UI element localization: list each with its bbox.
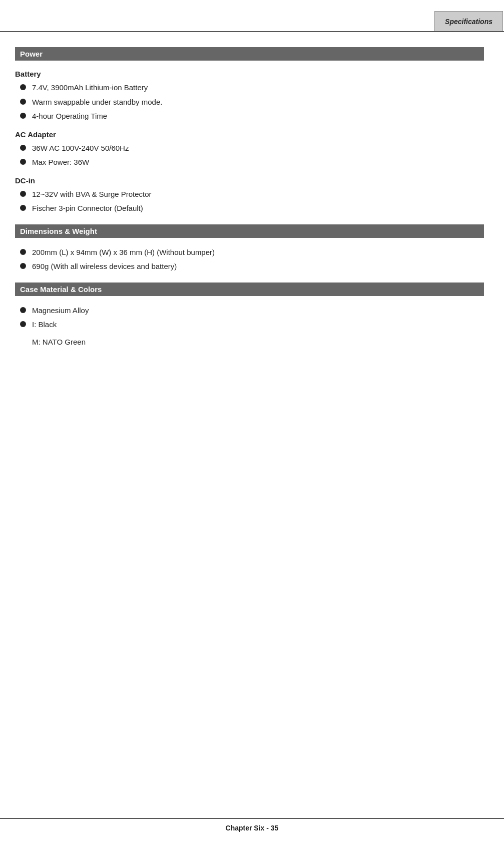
dc-in-subsection: DC-in 12~32V with BVA & Surge Protector … (15, 176, 484, 214)
case-material-item-2: I: Black (32, 319, 57, 331)
ac-adapter-item-2: Max Power: 36W (32, 157, 89, 168)
case-material-section-header: Case Material & Colors (15, 283, 484, 296)
footer-label: Chapter Six - 35 (226, 824, 279, 832)
ac-adapter-subsection: AC Adapter 36W AC 100V-240V 50/60Hz Max … (15, 130, 484, 168)
dc-in-item-1: 12~32V with BVA & Surge Protector (32, 189, 152, 200)
bullet-icon (20, 307, 26, 313)
battery-item-3: 4-hour Operating Time (32, 111, 107, 122)
dimensions-item-1: 200mm (L) x 94mm (W) x 36 mm (H) (Withou… (32, 247, 215, 258)
dimensions-list: 200mm (L) x 94mm (W) x 36 mm (H) (Withou… (15, 247, 484, 272)
dimensions-section-header: Dimensions & Weight (15, 224, 484, 238)
battery-item-2: Warm swappable under standby mode. (32, 97, 162, 108)
list-item: Magnesium Alloy (20, 305, 484, 317)
dimensions-section: Dimensions & Weight 200mm (L) x 94mm (W)… (15, 224, 484, 272)
bullet-icon (20, 159, 26, 165)
ac-adapter-title: AC Adapter (15, 130, 484, 139)
list-item: 4-hour Operating Time (20, 111, 484, 122)
bullet-icon (20, 249, 26, 255)
ac-adapter-item-1: 36W AC 100V-240V 50/60Hz (32, 143, 129, 154)
list-item: 690g (With all wireless devices and batt… (20, 261, 484, 272)
battery-item-1: 7.4V, 3900mAh Lithium-ion Battery (32, 82, 148, 94)
bullet-icon (20, 321, 26, 327)
specs-tab: Specifications (434, 11, 503, 31)
list-item: Fischer 3-pin Connector (Default) (20, 203, 484, 214)
dc-in-list: 12~32V with BVA & Surge Protector Fische… (15, 189, 484, 214)
case-material-indented: M: NATO Green (32, 337, 484, 348)
bullet-icon (20, 84, 26, 90)
list-item: 36W AC 100V-240V 50/60Hz (20, 143, 484, 154)
list-item: 7.4V, 3900mAh Lithium-ion Battery (20, 82, 484, 94)
header-bar: Specifications (0, 0, 504, 32)
bullet-icon (20, 263, 26, 269)
content-area: Power Battery 7.4V, 3900mAh Lithium-ion … (0, 32, 504, 388)
bullet-icon (20, 191, 26, 197)
bullet-icon (20, 113, 26, 119)
dc-in-item-2: Fischer 3-pin Connector (Default) (32, 203, 143, 214)
list-item: I: Black (20, 319, 484, 331)
battery-subsection: Battery 7.4V, 3900mAh Lithium-ion Batter… (15, 70, 484, 122)
case-material-section: Case Material & Colors Magnesium Alloy I… (15, 283, 484, 348)
bullet-icon (20, 145, 26, 151)
list-item: 12~32V with BVA & Surge Protector (20, 189, 484, 200)
bullet-icon (20, 99, 26, 105)
dimensions-item-2: 690g (With all wireless devices and batt… (32, 261, 177, 272)
page-footer: Chapter Six - 35 (0, 818, 504, 832)
ac-adapter-list: 36W AC 100V-240V 50/60Hz Max Power: 36W (15, 143, 484, 168)
list-item: Max Power: 36W (20, 157, 484, 168)
specs-tab-label: Specifications (445, 18, 492, 26)
list-item: 200mm (L) x 94mm (W) x 36 mm (H) (Withou… (20, 247, 484, 258)
power-section-header: Power (15, 47, 484, 61)
case-material-list: Magnesium Alloy I: Black (15, 305, 484, 331)
dc-in-title: DC-in (15, 176, 484, 185)
bullet-icon (20, 205, 26, 211)
page-container: Specifications Power Battery 7.4V, 3900m… (0, 0, 504, 842)
case-material-item-1: Magnesium Alloy (32, 305, 89, 317)
battery-list: 7.4V, 3900mAh Lithium-ion Battery Warm s… (15, 82, 484, 122)
battery-title: Battery (15, 70, 484, 78)
power-section: Power Battery 7.4V, 3900mAh Lithium-ion … (15, 47, 484, 214)
list-item: Warm swappable under standby mode. (20, 97, 484, 108)
